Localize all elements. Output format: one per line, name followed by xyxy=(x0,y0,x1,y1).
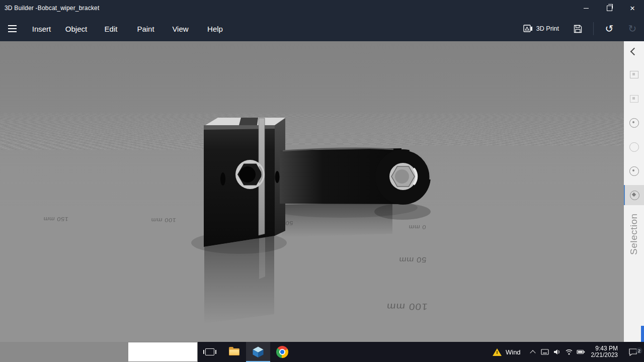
weather-label: Wind xyxy=(506,348,521,356)
undo-icon: ↺ xyxy=(605,23,614,35)
file-explorer-button[interactable] xyxy=(222,342,246,362)
chrome-button[interactable] xyxy=(270,342,294,362)
hamburger-menu-button[interactable] xyxy=(0,16,24,41)
menubar: Insert Object Edit Paint View Help 3D Pr… xyxy=(0,16,644,41)
3d-print-icon xyxy=(523,25,533,33)
save-button[interactable] xyxy=(566,16,589,41)
zoom-object-icon xyxy=(630,95,638,103)
chrome-icon xyxy=(276,346,288,358)
weather-widget[interactable]: Wind xyxy=(487,348,527,356)
windows-logo-icon xyxy=(9,348,16,356)
wifi-icon xyxy=(565,348,573,355)
circle-icon xyxy=(629,142,639,152)
3d-builder-taskbar-button[interactable] xyxy=(246,342,270,362)
redo-button[interactable]: ↻ xyxy=(621,16,644,41)
start-button[interactable] xyxy=(0,342,24,362)
titlebar: 3D Builder -Bobcat_wiper_bracket × xyxy=(0,0,644,16)
perspective-view-button[interactable] xyxy=(624,185,644,205)
right-toolbar: Selection xyxy=(624,41,644,342)
viewport-3d[interactable]: 150 mm 100 mm 50 mm 0 mm 50 mm 100 mm xyxy=(0,41,624,342)
chevron-up-icon xyxy=(530,350,535,355)
taskbar: Wind xyxy=(0,342,644,362)
volume-button[interactable] xyxy=(551,342,563,362)
shaded-view-icon xyxy=(629,166,639,176)
menubar-right: 3D Print ↺ ↻ xyxy=(516,16,644,41)
minimize-button[interactable] xyxy=(575,0,598,16)
menu-view[interactable]: View xyxy=(163,25,198,33)
touch-keyboard-button[interactable] xyxy=(539,342,551,362)
taskbar-clock[interactable]: 9:43 PM 2/21/2023 xyxy=(587,345,622,359)
3d-builder-icon xyxy=(253,346,264,357)
scrollbar-thumb[interactable] xyxy=(641,326,644,342)
speaker-icon xyxy=(553,348,561,356)
frame-object-icon xyxy=(630,71,638,78)
network-button[interactable] xyxy=(563,342,575,362)
restore-button[interactable] xyxy=(598,0,621,16)
menu-object[interactable]: Object xyxy=(59,25,94,33)
orbit-view-icon xyxy=(629,118,639,128)
3d-print-button[interactable]: 3D Print xyxy=(516,16,566,41)
weather-alert-icon xyxy=(493,348,502,356)
search-input[interactable] xyxy=(43,348,176,356)
menu-edit[interactable]: Edit xyxy=(94,25,128,33)
redo-icon: ↻ xyxy=(628,23,637,35)
undo-button[interactable]: ↺ xyxy=(598,16,621,41)
collapse-panel-button[interactable] xyxy=(624,41,644,61)
touch-keyboard-icon xyxy=(541,349,549,355)
task-view-icon xyxy=(205,348,214,355)
window-title: 3D Builder -Bobcat_wiper_bracket xyxy=(0,5,100,12)
menu-help[interactable]: Help xyxy=(198,25,232,33)
perspective-view-icon xyxy=(630,191,639,200)
shaded-view-button[interactable] xyxy=(624,161,644,181)
action-center-button[interactable]: 2 xyxy=(622,348,644,356)
menu-insert[interactable]: Insert xyxy=(24,25,59,33)
toolbar-separator xyxy=(593,22,594,35)
frame-object-button[interactable] xyxy=(624,64,644,84)
model-bobcat-wiper-bracket[interactable] xyxy=(191,113,443,329)
orbit-view-button[interactable] xyxy=(624,113,644,133)
folder-icon xyxy=(229,348,239,355)
minimize-icon xyxy=(584,8,589,9)
close-icon: × xyxy=(630,4,635,13)
chevron-left-icon xyxy=(630,47,638,55)
task-view-button[interactable] xyxy=(198,342,222,362)
window-controls: × xyxy=(575,0,644,16)
zoom-object-button[interactable] xyxy=(624,88,644,109)
grid-label-100mm: 100 mm xyxy=(150,217,176,223)
grid-label-150mm: 150 mm xyxy=(43,216,68,222)
show-hidden-icons-button[interactable] xyxy=(527,342,539,362)
clock-time: 9:43 PM xyxy=(591,345,618,352)
search-icon xyxy=(31,349,38,355)
battery-button[interactable] xyxy=(575,342,587,362)
restore-icon xyxy=(607,6,612,11)
circle-view-button[interactable] xyxy=(624,137,644,157)
save-icon xyxy=(574,25,582,33)
menu-paint[interactable]: Paint xyxy=(128,25,163,33)
3d-print-label: 3D Print xyxy=(536,25,559,32)
system-tray: Wind xyxy=(487,342,644,362)
battery-icon xyxy=(577,349,585,355)
selection-panel-label: Selection xyxy=(624,207,644,261)
taskbar-search[interactable] xyxy=(24,342,198,362)
notification-badge: 2 xyxy=(636,347,642,354)
close-button[interactable]: × xyxy=(621,0,644,16)
clock-date: 2/21/2023 xyxy=(591,352,618,359)
